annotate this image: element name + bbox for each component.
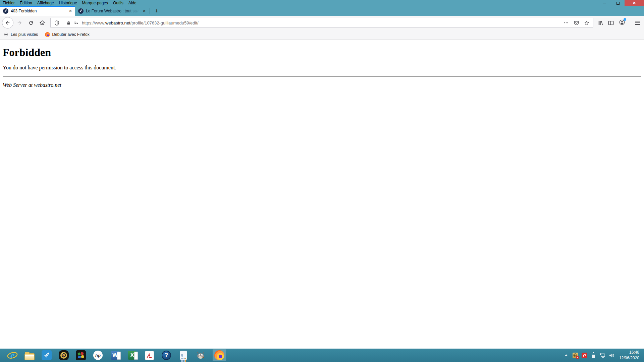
- identity-separator: [63, 20, 63, 26]
- taskbar-internet-explorer-icon[interactable]: e: [7, 350, 17, 360]
- taskbar-calculator-icon[interactable]: 0: [178, 350, 189, 360]
- close-icon: ✕: [633, 1, 636, 5]
- tray-clock[interactable]: 16:48 12/06/2020: [619, 350, 641, 361]
- taskbar-webcam-app-icon[interactable]: [59, 350, 69, 360]
- library-icon[interactable]: [597, 20, 603, 26]
- puzzle-pieces-icon: [77, 351, 85, 359]
- menu-marque-pages[interactable]: Marque-pages: [82, 1, 108, 5]
- bookmarks-toolbar: Les plus visités Débuter avec Firefox: [0, 30, 644, 40]
- menu-fichier[interactable]: Fichier: [3, 1, 15, 5]
- tray-time: 16:48: [619, 350, 639, 355]
- taskbar-file-explorer-icon[interactable]: [24, 350, 35, 360]
- close-button[interactable]: ✕: [625, 0, 644, 6]
- minimize-button[interactable]: [598, 0, 611, 6]
- webastro-favicon: [78, 8, 84, 14]
- taskbar-help-icon[interactable]: ?: [161, 350, 171, 360]
- url-scheme: https://www.: [82, 20, 105, 25]
- taskbar-firefox-icon[interactable]: [213, 350, 226, 361]
- menu-hamburger-button[interactable]: [635, 21, 640, 25]
- reload-icon: [28, 20, 34, 26]
- taskbar-excel-icon[interactable]: X: [127, 350, 137, 360]
- back-button[interactable]: [2, 17, 13, 28]
- gimp-wilber-icon: [196, 351, 205, 360]
- restore-icon: [616, 2, 620, 5]
- menu-historique[interactable]: Historique: [59, 1, 77, 5]
- lock-icon[interactable]: [66, 20, 71, 25]
- menu-edition[interactable]: Édition: [20, 1, 32, 5]
- bookmark-label: Débuter avec Firefox: [52, 32, 89, 37]
- network-tray-icon[interactable]: [600, 353, 605, 358]
- avira-tray-icon[interactable]: [582, 353, 587, 358]
- window-controls: ✕: [598, 0, 644, 6]
- system-tray: ✕ 16:48 12/06/2020: [564, 350, 644, 361]
- tab-divider: [150, 8, 150, 14]
- forward-button[interactable]: [14, 17, 25, 28]
- tab-strip: 403 Forbidden ✕ Le Forum Webastro : tout…: [0, 6, 644, 16]
- menu-outils[interactable]: Outils: [113, 1, 123, 5]
- pocket-icon[interactable]: [574, 20, 579, 26]
- toolbar-separator: [630, 19, 630, 26]
- permissions-icon[interactable]: [73, 20, 79, 25]
- minimize-icon: [603, 3, 606, 3]
- page-actions-ellipsis-icon[interactable]: [564, 20, 569, 25]
- battery-tray-icon[interactable]: [591, 353, 596, 358]
- url-bar[interactable]: https://www.webastro.net/profile/107632-…: [50, 18, 593, 28]
- menu-bar: Fichier Édition Affichage Historique Mar…: [0, 0, 142, 6]
- bookmark-les-plus-visites[interactable]: Les plus visités: [3, 32, 38, 37]
- account-button[interactable]: [619, 19, 625, 27]
- taskbar-hp-icon[interactable]: hp: [93, 350, 103, 360]
- url-path: /profile/107632-guillaumedu59/edit/: [130, 20, 199, 25]
- tab-close-icon[interactable]: ✕: [69, 9, 72, 13]
- taskbar-gimp-icon[interactable]: [196, 350, 206, 360]
- chevron-up-icon: [565, 354, 568, 356]
- taskbar: e hp W X ?: [0, 349, 644, 362]
- tab-close-icon[interactable]: ✕: [143, 9, 146, 13]
- server-signature: Web Server at webastro.net: [3, 82, 641, 88]
- error-badge-icon: ✕: [576, 356, 579, 359]
- new-tab-button[interactable]: +: [151, 6, 162, 16]
- account-notification-dot: [624, 18, 626, 21]
- page-content: Forbidden You do not have permission to …: [0, 40, 644, 349]
- menu-affichage[interactable]: Affichage: [37, 1, 54, 5]
- page-message: You do not have permission to access thi…: [3, 65, 641, 71]
- forward-icon: [16, 20, 22, 26]
- bookmark-label: Les plus visités: [11, 32, 38, 37]
- avira-umbrella-icon: [583, 354, 586, 357]
- home-button[interactable]: [37, 17, 48, 28]
- tab-403-forbidden[interactable]: 403 Forbidden ✕: [0, 6, 75, 16]
- toolbar-right-icons: [597, 19, 640, 27]
- volume-tray-icon[interactable]: [609, 353, 614, 358]
- taskbar-planetarium-app-icon[interactable]: [42, 350, 52, 360]
- urlbar-actions: [564, 20, 590, 26]
- firefox-icon: [45, 32, 50, 37]
- tab-title: Le Forum Webastro : tout savoi: [86, 9, 140, 13]
- bookmark-debuter-avec-firefox[interactable]: Débuter avec Firefox: [45, 32, 89, 37]
- navigation-toolbar: https://www.webastro.net/profile/107632-…: [0, 16, 644, 30]
- lens-icon: [59, 351, 68, 360]
- restore-button[interactable]: [611, 0, 625, 6]
- tab-webastro-forum[interactable]: Le Forum Webastro : tout savoi ✕: [75, 6, 149, 16]
- page-heading: Forbidden: [3, 46, 641, 59]
- taskbar-word-icon[interactable]: W: [110, 350, 120, 360]
- rocket-icon: [42, 351, 51, 360]
- gear-icon: [3, 32, 9, 37]
- bookmark-star-icon[interactable]: [584, 20, 590, 26]
- tray-date: 12/06/2020: [619, 355, 639, 361]
- title-bar: Fichier Édition Affichage Historique Mar…: [0, 0, 644, 6]
- url-text[interactable]: https://www.webastro.net/profile/107632-…: [82, 20, 560, 25]
- back-icon: [5, 20, 11, 26]
- show-hidden-icons-button[interactable]: [564, 353, 569, 358]
- acrobat-swoosh-icon: [146, 352, 153, 359]
- content-divider: [3, 76, 641, 77]
- menu-aide[interactable]: Aide: [128, 1, 137, 5]
- ethernet-icon: [600, 353, 605, 358]
- tracking-protection-shield-icon[interactable]: [54, 20, 60, 26]
- taskbar-puzzle-app-icon[interactable]: [76, 350, 86, 360]
- sidebar-toggle-icon[interactable]: [608, 20, 614, 26]
- ie-halo: [7, 352, 18, 359]
- network-error-tray-icon[interactable]: ✕: [573, 353, 578, 358]
- tab-title: 403 Forbidden: [11, 9, 66, 13]
- webastro-favicon: [3, 8, 8, 14]
- taskbar-acrobat-icon[interactable]: [144, 350, 154, 360]
- reload-button[interactable]: [25, 17, 36, 28]
